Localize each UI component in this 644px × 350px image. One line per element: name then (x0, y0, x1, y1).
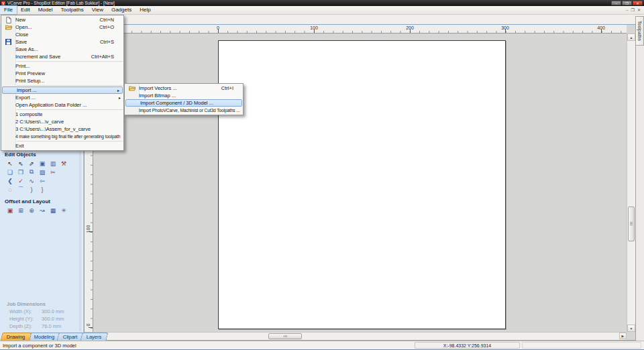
overlap-vectors-tool-icon[interactable]: ⧉ (26, 168, 37, 176)
file-menu-item-print-setup[interactable]: Print Setup... (1, 77, 123, 84)
job-width-label: Width (X): (9, 308, 40, 315)
submenu-item-import-bitmap[interactable]: Import Bitmap ... (125, 92, 243, 99)
scroll-right-arrow-icon[interactable]: ▶ (619, 333, 627, 339)
tab-modeling[interactable]: Modeling (28, 333, 60, 341)
menu-item-label: Open... (15, 24, 32, 30)
submenu-item-import-vectors[interactable]: Import Vectors ... Ctrl+I (125, 84, 243, 92)
transform-tool-icon[interactable]: ⇗ (26, 159, 37, 168)
job-dimensions-title: Job Dimensions (7, 300, 64, 308)
menu-item-label: Open Application Data Folder ... (15, 102, 87, 108)
submenu-arrow-icon: ▸ (119, 96, 121, 100)
mdi-close-button[interactable]: ✕ (637, 6, 641, 14)
menu-gadgets[interactable]: Gadgets (107, 6, 136, 14)
drawing-canvas[interactable] (93, 34, 627, 332)
file-menu-item-recent-1[interactable]: 1 composite (1, 111, 123, 118)
menu-file[interactable]: File (0, 6, 17, 14)
fit-curves-tool-icon[interactable]: ∿ (26, 176, 37, 185)
weld-vectors-tool-icon[interactable]: ❏ (5, 168, 15, 176)
array-copy-tool-icon[interactable]: ⊞ (15, 206, 26, 215)
file-menu-item-import[interactable]: Import ... ▸ (2, 86, 123, 94)
ruler-label: 100 (86, 225, 91, 233)
horizontal-scroll-thumb[interactable] (268, 333, 302, 339)
move-selection-tool-icon[interactable]: ▣ (37, 159, 48, 168)
maximize-button[interactable]: ❐ (622, 1, 632, 5)
menu-separator (17, 141, 123, 141)
scissors-tool-icon[interactable]: ✂ (48, 168, 58, 176)
new-document-icon (1, 17, 15, 23)
fillet-tool-icon[interactable]: ❮ (5, 176, 15, 185)
vertical-scrollbar[interactable]: ▲ ▼ (627, 34, 635, 332)
offset-layout-section: Offset and Layout ▣ ⊞ ⊕ ↝ ▦ ✳ (0, 198, 69, 215)
file-menu-item-export[interactable]: Export ... ▸ (1, 94, 123, 101)
menu-item-label: Print Setup... (15, 78, 44, 84)
status-spacer-panel (522, 342, 641, 349)
ruler-label: 0 (86, 320, 91, 329)
menu-help[interactable]: Help (136, 6, 154, 14)
menu-edit[interactable]: Edit (17, 6, 34, 14)
window-title: VCarve Pro - ShopBot Edition [Fab Lab Su… (7, 1, 115, 5)
file-menu-item-close[interactable]: Close (1, 31, 123, 38)
file-menu-item-save[interactable]: Save Ctrl+S (1, 38, 123, 46)
save-icon (1, 39, 15, 45)
arrow-keys-tool-icon[interactable]: ⇦ (37, 176, 48, 185)
file-menu-item-recent-2[interactable]: 2 C:\Users\...\v_carve (1, 118, 123, 125)
bezier-fit-tool-icon[interactable]: ) (26, 185, 37, 194)
mdi-restore-button[interactable]: ❐ (631, 6, 635, 14)
vertical-scroll-thumb[interactable] (628, 207, 635, 241)
trim-vectors-tool-icon[interactable]: ▨ (37, 168, 48, 176)
tab-drawing[interactable]: Drawing (1, 333, 32, 341)
true-shape-nesting-tool-icon[interactable]: ✳ (58, 206, 69, 215)
copy-along-vector-tool-icon[interactable]: ↝ (37, 206, 48, 215)
join-vectors-tool-icon[interactable]: ✓ (15, 176, 26, 185)
scroll-up-arrow-icon[interactable]: ▲ (627, 34, 635, 41)
tab-layers[interactable]: Layers (80, 333, 108, 341)
offset-vectors-tool-icon[interactable]: ▣ (5, 206, 15, 215)
nesting-tool-icon[interactable]: ▦ (48, 206, 58, 215)
file-menu-item-open-app-data[interactable]: Open Application Data Folder ... (1, 101, 123, 109)
select-tool-icon[interactable]: ↖ (5, 159, 15, 168)
file-menu-item-open[interactable]: Open... Ctrl+O (1, 23, 123, 31)
polyline-fit-tool-icon[interactable]: } (37, 185, 48, 194)
menu-item-shortcut: Ctrl+S (100, 39, 123, 45)
file-menu-item-new[interactable]: New Ctrl+N (1, 16, 123, 23)
subtract-vectors-tool-icon[interactable]: ❐ (15, 168, 26, 176)
menu-item-label: Save (15, 39, 27, 45)
file-menu-item-print[interactable]: Print... (1, 62, 123, 70)
edit-objects-title: Edit Objects (5, 152, 69, 158)
file-menu-item-increment-save[interactable]: Increment and Save Ctrl+Alt+S (1, 53, 123, 60)
scroll-down-arrow-icon[interactable]: ▼ (627, 325, 635, 332)
minimize-button[interactable]: – (611, 1, 621, 5)
menu-toolpaths[interactable]: Toolpaths (56, 6, 87, 14)
horizontal-scrollbar[interactable]: ◀ ▶ (85, 332, 627, 340)
edit-objects-row-3: ❮ ✓ ∿ ⇦ (5, 176, 69, 185)
cursor-coordinates: X:-98.4332 Y:256.9314 (415, 342, 520, 349)
menu-view[interactable]: View (88, 6, 107, 14)
panel-tabs: Drawing Modeling Clipart Layers (1, 332, 105, 341)
submenu-item-import-component-3d-model[interactable]: Import Component / 3D Model ... (125, 99, 242, 107)
mdi-minimize-button[interactable]: – (626, 6, 628, 14)
file-menu-item-print-preview[interactable]: Print Preview (1, 70, 123, 77)
node-edit-tool-icon[interactable]: ⇖ (15, 159, 26, 168)
submenu-item-import-photovcarve-toolpaths[interactable]: Import PhotoVCarve, Machinist or Cut3d T… (125, 107, 243, 114)
menu-item-label: 1 composite (15, 111, 42, 117)
import-submenu: Import Vectors ... Ctrl+I Import Bitmap … (124, 83, 244, 115)
circular-copy-tool-icon[interactable]: ⊕ (26, 206, 37, 215)
job-height-line: Height (Y): 300.0 mm (9, 315, 64, 323)
file-menu-item-recent-4[interactable]: 4 make something big final file after ge… (1, 133, 123, 140)
job-width-value: 300.0 mm (42, 308, 64, 314)
ruler-major-tick (218, 29, 219, 33)
file-menu-item-recent-3[interactable]: 3 C:\Users\...\Assem_for_v_carve (1, 125, 123, 133)
close-vector-tool-icon[interactable]: ◌ (5, 185, 15, 194)
right-dock-strip (636, 24, 644, 341)
toolpaths-tab[interactable]: Toolpaths (635, 16, 644, 46)
edit-objects-row-2: ❏ ❐ ⧉ ▨ ✂ (5, 168, 69, 176)
file-menu-item-exit[interactable]: Exit (1, 142, 123, 150)
measure-tool-icon[interactable]: ⚒ (58, 159, 69, 168)
close-button[interactable]: ✕ (633, 1, 643, 5)
edit-objects-row-1: ↖ ⇖ ⇗ ▣ ▥ ⚒ (5, 159, 69, 168)
menu-model[interactable]: Model (34, 6, 57, 14)
mirror-tool-icon[interactable]: ▥ (48, 159, 58, 168)
app-logo-icon: V (1, 1, 5, 5)
file-menu-item-save-as[interactable]: Save As... (1, 46, 123, 53)
arc-fit-tool-icon[interactable]: ⌒ (15, 185, 26, 194)
